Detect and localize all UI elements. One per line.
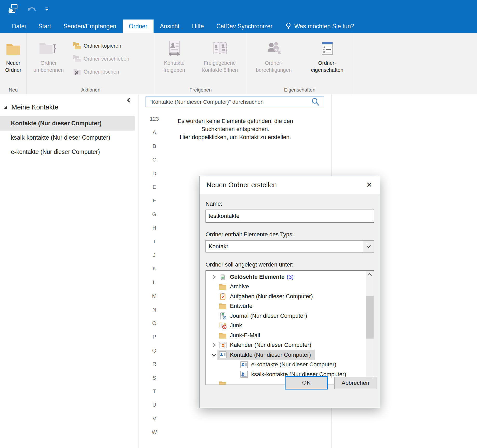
ribbon-group-label: Freigeben [155, 87, 246, 93]
search-icon[interactable] [311, 98, 320, 106]
ribbon-group-label: Eigenschaften [246, 87, 353, 93]
tree-item-entwürfe[interactable]: Entwürfe [206, 301, 366, 311]
alphabet-index-l[interactable]: L [147, 278, 162, 286]
alphabet-index-f[interactable]: F [147, 197, 162, 204]
sidebar-item-ksalk-kontakte-nur-dieser-computer[interactable]: ksalk-kontakte (Nur dieser Computer) [0, 131, 138, 145]
tab-hilfe[interactable]: Hilfe [186, 20, 210, 33]
alphabet-index-q[interactable]: Q [147, 347, 162, 354]
alphabet-index-p[interactable]: P [147, 333, 162, 341]
empty-message-line: Suchkriterien entsprechen. [156, 125, 315, 133]
tree-selection-highlight: Kontakte (Nur dieser Computer) [217, 350, 315, 360]
alphabet-index-t[interactable]: T [147, 387, 162, 395]
tasks-icon [219, 292, 227, 300]
delete-folder-button: Ordner löschen [70, 65, 129, 78]
group-expanded-triangle-icon [3, 105, 8, 109]
alphabet-index-k[interactable]: K [147, 265, 162, 272]
ok-button[interactable]: OK [285, 376, 328, 389]
alphabet-index-j[interactable]: J [147, 251, 162, 259]
button-label: Ordner kopieren [84, 43, 121, 49]
tree-item-aufgaben-nur-dieser-computer[interactable]: Aufgaben (Nur dieser Computer) [206, 291, 366, 301]
new-folder-button[interactable]: NeuerOrdner [0, 33, 27, 85]
new-folder-icon [5, 38, 21, 60]
share-contacts-button: Kontaktefreigeben [155, 33, 194, 85]
folder-icon [219, 331, 227, 339]
alphabet-index-b[interactable]: B [147, 142, 162, 150]
customize-quick-access-caret-icon[interactable] [45, 7, 49, 11]
tab-label: Ordner [129, 23, 148, 30]
cancel-button[interactable]: Abbrechen [334, 377, 376, 389]
tree-item-archive[interactable]: Archive [206, 282, 366, 292]
chevron-down-icon[interactable] [363, 241, 374, 252]
alphabet-index-g[interactable]: G [147, 210, 162, 218]
folder-name-input[interactable]: testkontakte [206, 210, 374, 223]
button-label: berechtigungen [256, 67, 292, 74]
tree-item-label: Junk-E-Mail [230, 332, 260, 339]
folder-properties-button[interactable]: Ordner-eigenschaften [301, 33, 353, 85]
tree-item-e-kontakte-nur-dieser-computer[interactable]: e-kontakte (Nur dieser Computer) [206, 360, 366, 370]
sidebar-group-header[interactable]: Meine Kontakte [0, 102, 138, 113]
button-label: Kontakte [164, 60, 184, 67]
tree-scrollbar[interactable] [366, 271, 374, 384]
chevron-right-icon[interactable] [209, 274, 219, 280]
ribbon-tab-bar: DateiStartSenden/EmpfangenOrdnerAnsichtH… [0, 20, 477, 33]
tab-senden-empfangen[interactable]: Senden/Empfangen [57, 20, 122, 33]
alphabet-index-v[interactable]: V [147, 415, 162, 423]
tab-ansicht[interactable]: Ansicht [154, 20, 186, 33]
sidebar-item-e-kontakte-nur-dieser-computer[interactable]: e-kontakte (Nur dieser Computer) [0, 145, 138, 159]
empty-message-line[interactable]: Hier doppelklicken, um Kontakt zu erstel… [156, 133, 315, 141]
alphabet-index-u[interactable]: U [147, 401, 162, 409]
alphabet-index-h[interactable]: H [147, 224, 162, 232]
close-icon[interactable]: ✕ [362, 176, 376, 194]
tab-ordner[interactable]: Ordner [123, 20, 154, 33]
button-label: Kontakte öffnen [202, 67, 238, 74]
ribbon-group-freigeben: KontaktefreigebenFreigegebeneKontakte öf… [155, 33, 246, 94]
alphabet-index-e[interactable]: E [147, 183, 162, 191]
search-input[interactable]: "Kontakte (Nur dieser Computer)" durchsu… [145, 96, 324, 107]
scrollbar-thumb[interactable] [366, 296, 374, 339]
folder-permissions-icon [266, 38, 282, 60]
alphabet-index-m[interactable]: M [147, 292, 162, 300]
alphabet-index-w[interactable]: W [147, 428, 162, 436]
chevron-right-icon[interactable] [209, 342, 219, 348]
tree-item-junk-e-mail[interactable]: Junk-E-Mail [206, 330, 366, 340]
rename-folder-icon [38, 38, 59, 60]
sidebar-item-kontakte-nur-dieser-computer[interactable]: Kontakte (Nur dieser Computer) [0, 116, 135, 131]
tree-item-gelöschte-elemente[interactable]: Gelöschte Elemente(3) [206, 272, 366, 282]
copy-folder-button[interactable]: Ordner kopieren [70, 39, 129, 52]
tab-label: Hilfe [192, 23, 204, 30]
minimize-folder-pane-icon[interactable] [126, 97, 131, 105]
undo-icon[interactable] [27, 5, 36, 14]
lightbulb-icon [285, 22, 292, 30]
alphabet-index-d[interactable]: D [147, 170, 162, 177]
alphabet-index-n[interactable]: N [147, 306, 162, 314]
ribbon-group-neu: NeuerOrdnerNeu [0, 33, 27, 94]
button-label: eigenschaften [311, 67, 343, 74]
tab-label: Start [38, 23, 51, 30]
alphabet-index-c[interactable]: C [147, 156, 162, 164]
move-folder-icon [72, 55, 81, 63]
alphabet-index-s[interactable]: S [147, 374, 162, 382]
app-windows-icon[interactable] [8, 3, 19, 15]
tree-item-label: e-kontakte (Nur dieser Computer) [251, 361, 336, 368]
alphabet-index-o[interactable]: O [147, 319, 162, 327]
tab-start[interactable]: Start [32, 20, 57, 33]
button-label: Ordner verschieben [84, 56, 129, 62]
search-placeholder: "Kontakte (Nur dieser Computer)" durchsu… [146, 99, 311, 105]
tab-was-möchten-sie-tun[interactable]: Was möchten Sie tun? [279, 20, 361, 33]
folder-type-select[interactable]: Kontakt [206, 240, 374, 252]
tab-label: Was möchten Sie tun? [294, 23, 354, 30]
tab-caldav-synchronizer[interactable]: CalDav Synchronizer [210, 20, 279, 33]
ribbon-group-eigenschaften: Ordner-berechtigungenOrdner-eigenschafte… [246, 33, 353, 94]
move-folder-button: Ordner verschieben [70, 52, 129, 65]
tab-datei[interactable]: Datei [6, 20, 32, 33]
alphabet-index-i[interactable]: I [147, 238, 162, 245]
button-label: freigeben [163, 67, 185, 74]
alphabet-index-r[interactable]: R [147, 360, 162, 368]
scroll-up-icon[interactable] [366, 271, 374, 278]
title-bar [0, 0, 477, 20]
tree-item-kalender-nur-dieser-computer[interactable]: Kalender (Nur dieser Computer) [206, 340, 366, 350]
tree-item-kontakte-nur-dieser-computer[interactable]: Kontakte (Nur dieser Computer) [206, 350, 366, 360]
tree-item-journal-nur-dieser-computer[interactable]: Journal (Nur dieser Computer) [206, 311, 366, 321]
share-contacts-icon [166, 38, 182, 60]
tree-item-junk[interactable]: Junk [206, 321, 366, 331]
